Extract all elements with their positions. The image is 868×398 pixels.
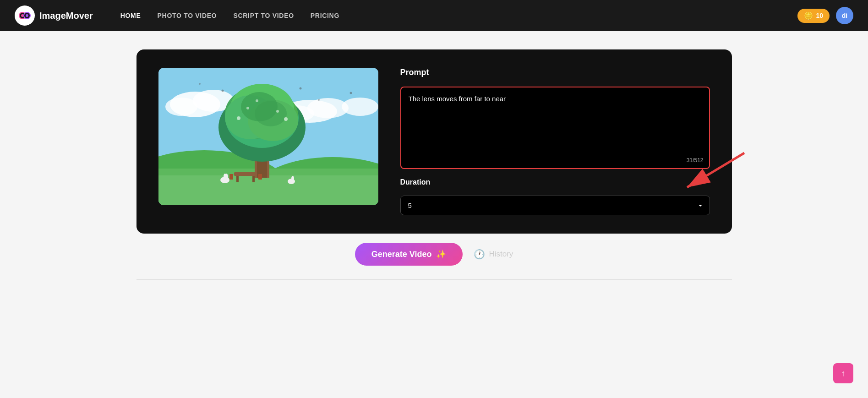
nav-links: HOME PHOTO TO VIDEO SCRIPT TO VIDEO PRIC… [120,12,780,19]
svg-point-27 [237,116,240,120]
svg-point-33 [299,87,301,90]
svg-point-7 [165,98,197,116]
main-content: Prompt The lens moves from far to near 3… [0,31,868,298]
generate-video-button[interactable]: Generate Video ✨ [355,243,463,266]
svg-point-31 [256,99,258,102]
duration-select[interactable]: 5 10 15 20 [400,196,710,215]
svg-rect-38 [236,176,239,182]
user-avatar[interactable]: di [836,7,853,24]
nav-link-photo-to-video[interactable]: PHOTO TO VIDEO [158,12,217,19]
nav-logo [15,5,35,26]
scroll-top-icon: ↑ [841,369,846,378]
scene-image [158,68,378,205]
svg-point-11 [342,98,378,116]
actions-row: Generate Video ✨ 🕐 History [37,243,831,266]
generate-icon: ✨ [436,249,446,259]
svg-point-3 [26,14,28,17]
credits-count: 10 [816,12,823,19]
svg-point-26 [255,101,287,126]
logo-icon [18,9,31,22]
image-panel [158,68,378,205]
scroll-to-top-button[interactable]: ↑ [833,363,853,383]
nav-brand: ImageMover [15,5,93,26]
svg-point-32 [221,90,224,92]
svg-point-30 [284,117,288,121]
svg-rect-39 [252,176,255,182]
history-button[interactable]: 🕐 History [474,249,513,260]
divider [136,279,732,280]
nav-link-home[interactable]: HOME [120,12,141,19]
navbar: ImageMover HOME PHOTO TO VIDEO SCRIPT TO… [0,0,868,31]
svg-rect-41 [258,174,262,180]
svg-point-46 [291,176,294,181]
image-wrapper [158,68,378,205]
svg-point-44 [224,174,226,179]
credits-icon: 🪙 [804,11,813,20]
prompt-counter: 31/512 [687,157,704,164]
svg-rect-40 [229,174,233,180]
brand-name: ImageMover [39,11,93,21]
nav-link-pricing[interactable]: PRICING [311,12,339,19]
prompt-label: Prompt [400,68,710,77]
main-card: Prompt The lens moves from far to near 3… [136,49,732,234]
history-label: History [489,250,513,259]
nav-link-script-to-video[interactable]: SCRIPT TO VIDEO [233,12,294,19]
generate-label: Generate Video [371,250,432,259]
prompt-box: The lens moves from far to near 31/512 [400,87,710,169]
nav-right: 🪙 10 di [797,7,853,24]
svg-rect-37 [234,172,257,176]
svg-rect-15 [158,175,378,205]
svg-point-35 [199,83,201,85]
duration-label: Duration [400,178,710,186]
credits-badge[interactable]: 🪙 10 [797,9,830,23]
svg-point-36 [349,92,352,94]
svg-point-29 [276,110,279,113]
svg-point-34 [318,99,320,101]
prompt-section: The lens moves from far to near 31/512 [400,87,710,169]
svg-point-28 [246,107,249,109]
prompt-textarea[interactable]: The lens moves from far to near [409,95,702,159]
history-icon: 🕐 [474,249,485,260]
prompt-panel: Prompt The lens moves from far to near 3… [400,68,710,215]
